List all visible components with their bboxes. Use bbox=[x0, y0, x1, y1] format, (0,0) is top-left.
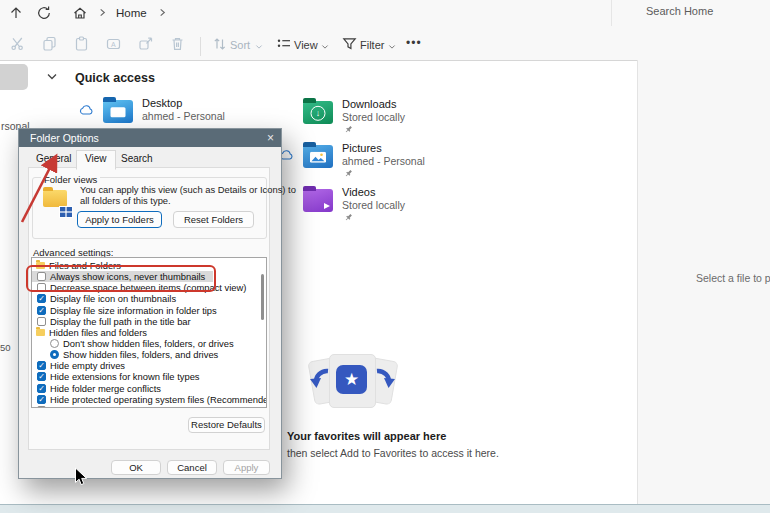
breadcrumb-home[interactable]: Home bbox=[116, 5, 147, 21]
pin-icon bbox=[344, 125, 353, 134]
advanced-item-label: Hide protected operating system files (R… bbox=[50, 394, 267, 405]
monitor-icon bbox=[111, 107, 126, 117]
advanced-item-check[interactable]: Launch folder windows in a separate proc… bbox=[32, 405, 266, 408]
cut-icon[interactable] bbox=[10, 36, 32, 58]
curved-arrow-left-icon bbox=[308, 366, 332, 396]
list-scrollbar-thumb[interactable] bbox=[261, 274, 264, 320]
advanced-item-check[interactable]: ✓Hide folder merge conflicts bbox=[32, 383, 266, 394]
file-tile-pictures[interactable]: Picturesahmed - Personal bbox=[303, 144, 513, 186]
svg-text:A: A bbox=[111, 41, 116, 48]
annotation-arrow bbox=[12, 148, 72, 232]
radio-button[interactable] bbox=[50, 350, 59, 359]
search-input[interactable]: Search Home bbox=[611, 0, 770, 26]
favorites-empty-illustration: ★ bbox=[305, 351, 400, 409]
folder-views-description-line1: You can apply this view (such as Details… bbox=[80, 184, 296, 195]
breadcrumb-chevron-icon[interactable] bbox=[158, 8, 167, 17]
chevron-down-icon bbox=[388, 44, 396, 50]
curved-arrow-right-icon bbox=[373, 366, 397, 396]
radio-button[interactable] bbox=[50, 339, 59, 348]
advanced-item-label: Display file icon on thumbnails bbox=[50, 293, 176, 304]
restore-defaults-button[interactable]: Restore Defaults bbox=[188, 417, 265, 433]
advanced-item-radio[interactable]: Show hidden files, folders, and drives bbox=[32, 349, 266, 360]
home-icon[interactable] bbox=[72, 5, 90, 23]
ok-button[interactable]: OK bbox=[111, 460, 161, 475]
advanced-item-label: Hidden files and folders bbox=[49, 327, 147, 338]
apply-button[interactable]: Apply bbox=[223, 460, 270, 475]
favorites-empty-title: Your favorites will appear here bbox=[287, 430, 446, 442]
delete-icon[interactable] bbox=[170, 36, 192, 58]
quick-access-collapse-icon[interactable] bbox=[46, 72, 58, 82]
advanced-item-check[interactable]: ✓Hide protected operating system files (… bbox=[32, 394, 266, 405]
apply-to-folders-button[interactable]: Apply to Folders bbox=[77, 211, 162, 228]
tile-title: Pictures bbox=[342, 142, 382, 154]
view-button[interactable]: View bbox=[294, 39, 318, 51]
preview-pane: Select a file to preview bbox=[637, 60, 770, 504]
advanced-item-check[interactable]: ✓Display file size information in folder… bbox=[32, 305, 266, 316]
pin-icon bbox=[344, 169, 353, 178]
rename-icon[interactable]: A bbox=[106, 36, 128, 58]
checkbox[interactable]: ✓ bbox=[37, 384, 46, 393]
tab-search[interactable]: Search bbox=[113, 151, 161, 167]
pictures-folder-icon bbox=[303, 145, 333, 168]
tile-subtitle: Stored locally bbox=[342, 199, 405, 211]
folder-icon bbox=[36, 329, 45, 336]
checkbox[interactable]: ✓ bbox=[37, 361, 46, 370]
checkbox[interactable] bbox=[37, 406, 46, 408]
advanced-item-label: Hide folder merge conflicts bbox=[50, 383, 161, 394]
up-button[interactable] bbox=[8, 5, 26, 23]
videos-folder-icon bbox=[303, 189, 333, 212]
sidebar-item-selected[interactable] bbox=[0, 64, 28, 90]
mouse-cursor bbox=[74, 467, 88, 487]
advanced-item-check[interactable]: ✓Display file icon on thumbnails bbox=[32, 293, 266, 304]
advanced-item-check[interactable]: ✓Hide extensions for known file types bbox=[32, 371, 266, 382]
tile-subtitle: Stored locally bbox=[342, 111, 405, 123]
advanced-item-check[interactable]: ✓Hide empty drives bbox=[32, 360, 266, 371]
copy-icon[interactable] bbox=[42, 36, 64, 58]
close-icon[interactable]: × bbox=[267, 129, 274, 147]
file-tile-downloads[interactable]: ↓DownloadsStored locally bbox=[303, 100, 513, 142]
advanced-item-label: Hide empty drives bbox=[50, 360, 125, 371]
desktop-folder-icon bbox=[103, 100, 133, 123]
annotation-highlight-rectangle bbox=[26, 265, 216, 292]
advanced-item-label: Don't show hidden files, folders, or dri… bbox=[63, 338, 234, 349]
checkbox[interactable]: ✓ bbox=[37, 395, 46, 404]
checkbox[interactable]: ✓ bbox=[37, 372, 46, 381]
sort-button[interactable]: Sort bbox=[230, 39, 250, 51]
reset-folders-button[interactable]: Reset Folders bbox=[173, 211, 254, 228]
cloud-sync-icon bbox=[79, 105, 94, 115]
tile-title: Videos bbox=[342, 186, 375, 198]
checkbox[interactable] bbox=[37, 317, 46, 326]
advanced-item-label: Show hidden files, folders, and drives bbox=[63, 349, 218, 360]
breadcrumb-chevron-icon bbox=[98, 8, 107, 17]
share-icon[interactable] bbox=[138, 36, 160, 58]
advanced-item-label: Display file size information in folder … bbox=[50, 305, 217, 316]
more-button[interactable]: ••• bbox=[406, 36, 422, 50]
file-tile-videos[interactable]: VideosStored locally bbox=[303, 188, 513, 230]
advanced-item-label: Hide extensions for known file types bbox=[50, 371, 200, 382]
toolbar-divider bbox=[200, 37, 201, 56]
checkbox[interactable]: ✓ bbox=[37, 294, 46, 303]
checkbox[interactable]: ✓ bbox=[37, 306, 46, 315]
advanced-item-check[interactable]: Display the full path in the title bar bbox=[32, 316, 266, 327]
chevron-down-icon bbox=[321, 44, 329, 50]
tab-view[interactable]: View bbox=[76, 150, 116, 170]
download-arrow-icon: ↓ bbox=[311, 105, 326, 120]
refresh-button[interactable] bbox=[36, 5, 54, 23]
advanced-item-radio[interactable]: Don't show hidden files, folders, or dri… bbox=[32, 338, 266, 349]
dialog-titlebar[interactable]: Folder Options × bbox=[19, 129, 281, 147]
advanced-item-label: Launch folder windows in a separate proc… bbox=[50, 405, 238, 408]
quick-access-header[interactable]: Quick access bbox=[75, 71, 155, 85]
picture-icon bbox=[310, 151, 326, 162]
filter-button[interactable]: Filter bbox=[360, 39, 384, 51]
preview-placeholder: Select a file to preview bbox=[696, 272, 770, 284]
tile-subtitle: ahmed - Personal bbox=[142, 110, 225, 122]
paste-icon[interactable] bbox=[74, 36, 96, 58]
explorer-chrome: Home Search Home A Sort bbox=[0, 0, 770, 61]
advanced-item-label: Display the full path in the title bar bbox=[50, 316, 191, 327]
advanced-item-group[interactable]: Hidden files and folders bbox=[32, 327, 266, 338]
sidebar-text-fragment[interactable]: 50 bbox=[0, 342, 11, 353]
folder-views-description-line2: all folders of this type. bbox=[80, 195, 171, 206]
search-placeholder: Search Home bbox=[646, 5, 713, 17]
cancel-button[interactable]: Cancel bbox=[167, 460, 217, 475]
dialog-title: Folder Options bbox=[30, 132, 99, 144]
